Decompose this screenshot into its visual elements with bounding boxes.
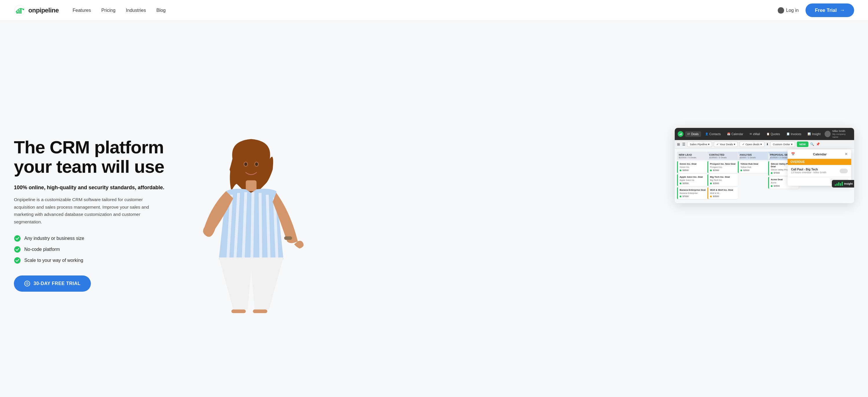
- features-list: Any industry or business size No-code pl…: [14, 235, 170, 264]
- bar-1: [835, 184, 836, 186]
- svg-point-14: [255, 162, 258, 166]
- pin-icon: 📌: [816, 142, 820, 146]
- your-deals-selector[interactable]: ✓ Your Deals ▾: [714, 142, 738, 147]
- card-yellowhub[interactable]: Yellow Hub Deal Yellow Hub $2000: [738, 161, 768, 173]
- quotes-icon: 📋: [767, 132, 770, 135]
- user-name: Mike SmithMy company name: [832, 130, 851, 138]
- tab-contacts[interactable]: 👤 Contacts: [703, 131, 723, 137]
- calendar-header: 📅 Calendar ✕: [787, 150, 851, 159]
- new-badge[interactable]: NEW: [797, 142, 808, 147]
- svg-rect-3: [20, 8, 22, 13]
- svg-point-7: [14, 246, 21, 253]
- col-header-new-lead: NEW LEAD $20500 / 5 Deals: [677, 152, 707, 160]
- card-bigtech[interactable]: Big Tech Inc. Deal Big Tech Inc. $3500: [707, 174, 738, 186]
- crm-screenshot: 🏷 Deals 👤 Contacts 📅 Calendar ✉ eMail 📋: [675, 128, 854, 203]
- hero-subtitle: 100% online, high-quality and security s…: [14, 185, 170, 191]
- bar-5: [842, 182, 843, 186]
- event-toggle[interactable]: [840, 169, 848, 173]
- nav-links: Features Pricing Industries Blog: [73, 8, 778, 13]
- check-icon-2: [14, 246, 21, 253]
- nav-features[interactable]: Features: [73, 8, 91, 13]
- dot-green-3: [680, 195, 681, 197]
- crm-user: Mike SmithMy company name: [825, 130, 851, 138]
- insight-icon: 📊: [808, 132, 811, 135]
- free-trial-button[interactable]: Free Trial →: [806, 3, 854, 17]
- nav-right: Log in Free Trial →: [778, 3, 854, 17]
- trial-main-label: 30-DAY FREE TRIAL: [34, 281, 81, 286]
- event-name: Call Paul - Big Tech: [791, 168, 826, 171]
- grid-icon: ⊞: [677, 142, 680, 146]
- clock-icon: [24, 281, 30, 286]
- calendar-event: Call Paul - Big Tech 13 hours overdue · …: [787, 165, 851, 177]
- svg-rect-18: [253, 310, 267, 313]
- hero-content: The CRM platform your team will use 100%…: [14, 138, 176, 292]
- card-wolfwolf[interactable]: Wolf & Wolf Inc. Deal Wolf & W... $3500: [707, 187, 738, 199]
- svg-rect-1: [17, 11, 18, 13]
- event-meta: 13 hours overdue · Mike Smith: [791, 171, 826, 174]
- tab-insight[interactable]: 📊 Insight: [805, 131, 823, 137]
- crm-topbar: 🏷 Deals 👤 Contacts 📅 Calendar ✉ eMail 📋: [675, 128, 854, 140]
- tab-calendar[interactable]: 📅 Calendar: [725, 131, 746, 137]
- calendar-close-button[interactable]: ✕: [844, 152, 848, 156]
- calendar-icon-header: 📅: [791, 152, 795, 156]
- dot-green-2: [680, 183, 681, 184]
- invoices-icon: 🧾: [786, 132, 789, 135]
- login-label: Log in: [786, 8, 799, 13]
- pipeline-col-new-lead: NEW LEAD $20500 / 5 Deals Green Inc. Dea…: [677, 152, 707, 200]
- bar-4: [840, 183, 841, 186]
- svg-point-6: [14, 235, 21, 242]
- col-header-contacted: CONTACTED $19500 / 3 Deals: [707, 152, 738, 160]
- hero-visual: 🏷 Deals 👤 Contacts 📅 Calendar ✉ eMail 📋: [176, 116, 854, 313]
- hero-section: The CRM platform your team will use 100%…: [0, 21, 868, 397]
- card-banana[interactable]: Banana Enterprise Deal Banana Enterprise…: [677, 187, 707, 199]
- nav-pricing[interactable]: Pricing: [101, 8, 116, 13]
- insight-label: Insight: [844, 182, 853, 185]
- pipeline-col-analysis: ANALYSIS $2000 / 1 Deals Yellow Hub Deal…: [738, 152, 768, 200]
- open-deals-selector[interactable]: ✓ Open deals ▾: [740, 142, 765, 147]
- svg-point-13: [244, 162, 247, 166]
- bar-3: [838, 182, 839, 186]
- card-applejuice[interactable]: Apple Juice Inc. Deal Apple Juice Inc. $…: [677, 174, 707, 186]
- bar-2: [836, 183, 838, 186]
- card-prospect[interactable]: Prospect Inc. New Deal Prospect Inc. $15…: [707, 161, 738, 173]
- overdue-label: OVERDUE: [787, 159, 851, 165]
- navbar: onpipeline Features Pricing Industries B…: [0, 0, 868, 21]
- feature-label-3: Scale to your way of working: [24, 258, 83, 263]
- dot-green: [680, 170, 681, 171]
- svg-rect-20: [680, 134, 681, 135]
- calendar-title: Calendar: [813, 152, 827, 156]
- woman-figure: [190, 134, 312, 313]
- svg-point-8: [14, 257, 21, 264]
- logo-icon: [14, 5, 26, 16]
- pipeline-selector[interactable]: Sales Pipeline ▾: [687, 142, 712, 147]
- event-info: Call Paul - Big Tech 13 hours overdue · …: [791, 168, 826, 174]
- arrow-right-icon: →: [840, 7, 845, 13]
- nav-blog[interactable]: Blog: [156, 8, 165, 13]
- nav-industries[interactable]: Industries: [126, 8, 146, 13]
- order-selector[interactable]: Custom Order ▾: [770, 142, 795, 147]
- tab-invoices[interactable]: 🧾 Invoices: [784, 131, 804, 137]
- feature-item-3: Scale to your way of working: [14, 257, 170, 264]
- tab-deals[interactable]: 🏷 Deals: [685, 131, 701, 137]
- feature-label-2: No-code platform: [24, 247, 60, 252]
- insight-bars: [835, 182, 843, 186]
- insight-badge: Insight: [832, 180, 855, 187]
- login-link[interactable]: Log in: [778, 7, 799, 13]
- tab-quotes[interactable]: 📋 Quotes: [764, 131, 782, 137]
- feature-label-1: Any industry or business size: [24, 236, 84, 241]
- hero-description: Onpipeline is a customizable CRM softwar…: [14, 196, 159, 225]
- svg-rect-19: [679, 134, 680, 135]
- check-icon-1: [14, 235, 21, 242]
- tab-email[interactable]: ✉ eMail: [747, 131, 763, 137]
- crm-toolbar: ⊞ ☰ Sales Pipeline ▾ ✓ Your Deals ▾ ✓ Op…: [675, 140, 854, 149]
- search-icon[interactable]: 🔍: [810, 142, 814, 146]
- pipeline-col-contacted: CONTACTED $19500 / 3 Deals Prospect Inc.…: [707, 152, 738, 200]
- svg-rect-21: [681, 133, 682, 135]
- account-icon: [778, 7, 784, 13]
- crm-logo: [678, 131, 683, 137]
- contacts-icon: 👤: [705, 132, 708, 135]
- card-green[interactable]: Green Inc. Deal Green Inc. $3500: [677, 161, 707, 173]
- col-header-analysis: ANALYSIS $2000 / 1 Deals: [738, 152, 768, 160]
- logo-link[interactable]: onpipeline: [14, 5, 59, 16]
- trial-main-button[interactable]: 30-DAY FREE TRIAL: [14, 275, 91, 292]
